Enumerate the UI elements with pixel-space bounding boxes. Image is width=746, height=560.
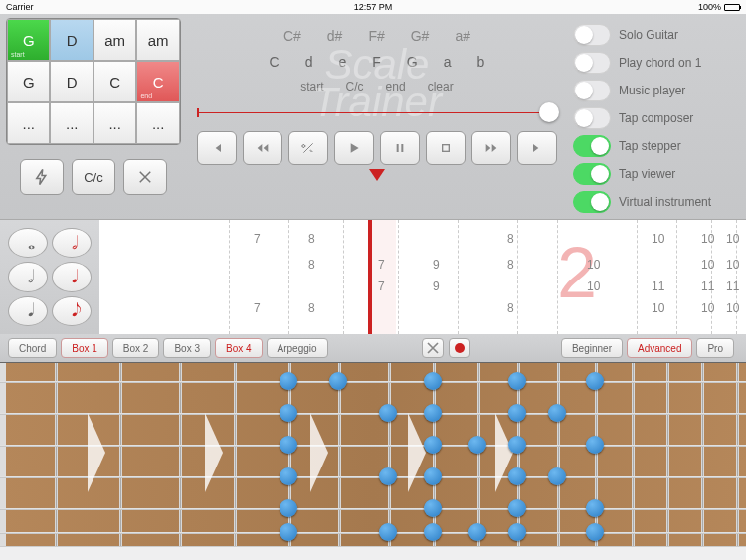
fret-dot[interactable] bbox=[586, 523, 604, 541]
fret-dot[interactable] bbox=[280, 436, 297, 454]
note-button[interactable]: a bbox=[444, 54, 452, 70]
natural-notes-row: CdeFGab bbox=[197, 54, 557, 70]
slider-knob[interactable] bbox=[539, 102, 559, 122]
tab-arpeggio[interactable]: Arpeggio bbox=[267, 338, 328, 358]
fret-dot[interactable] bbox=[586, 372, 604, 390]
action-button[interactable]: end bbox=[386, 80, 406, 93]
fret-dot[interactable] bbox=[548, 467, 566, 485]
fret-dot[interactable] bbox=[508, 499, 526, 517]
fret-dot[interactable] bbox=[379, 467, 397, 485]
fret-dot[interactable] bbox=[424, 523, 442, 541]
tab-chord[interactable]: Chord bbox=[8, 338, 57, 358]
toggle-switch[interactable] bbox=[573, 24, 611, 46]
rewind-button[interactable] bbox=[243, 131, 282, 165]
fret-dot[interactable] bbox=[468, 436, 486, 454]
chord-cell[interactable]: G bbox=[7, 61, 50, 102]
forward-button[interactable] bbox=[471, 131, 511, 165]
toggle-switch[interactable] bbox=[573, 80, 611, 101]
tab-box-4[interactable]: Box 4 bbox=[215, 338, 263, 358]
tab-box-2[interactable]: Box 2 bbox=[112, 338, 160, 358]
chord-cell[interactable]: Gstart bbox=[7, 19, 50, 61]
note-button[interactable]: F bbox=[372, 54, 381, 70]
record-button[interactable] bbox=[449, 338, 470, 358]
action-button[interactable]: start bbox=[300, 80, 323, 93]
lightning-button[interactable] bbox=[20, 159, 64, 195]
tab-pro[interactable]: Pro bbox=[696, 338, 734, 358]
fret-dot[interactable] bbox=[280, 372, 297, 390]
chord-cell[interactable]: D bbox=[50, 19, 93, 61]
note-button[interactable]: C bbox=[270, 54, 280, 70]
note-button[interactable]: F# bbox=[368, 28, 384, 44]
toggle-switch[interactable] bbox=[573, 107, 611, 129]
fret-dot[interactable] bbox=[424, 404, 442, 422]
duration-button[interactable]: 𝅝 bbox=[8, 228, 48, 258]
chord-cell[interactable]: ... bbox=[136, 102, 180, 144]
fret-dot[interactable] bbox=[280, 467, 297, 485]
timeline-slider[interactable] bbox=[197, 103, 557, 121]
magic-button[interactable] bbox=[288, 131, 328, 165]
fret-dot[interactable] bbox=[424, 467, 442, 485]
fretboard[interactable] bbox=[0, 362, 746, 547]
skip-end-button[interactable] bbox=[517, 131, 557, 165]
chord-cell[interactable]: am bbox=[93, 19, 136, 61]
skip-start-button[interactable] bbox=[197, 131, 237, 165]
note-button[interactable]: G# bbox=[411, 28, 430, 44]
clock: 12:57 PM bbox=[354, 2, 393, 12]
stop-button[interactable] bbox=[426, 131, 466, 165]
note-button[interactable]: a# bbox=[455, 28, 470, 44]
fret-dot[interactable] bbox=[508, 436, 526, 454]
toggle-switch[interactable] bbox=[573, 191, 611, 213]
note-button[interactable]: d# bbox=[327, 28, 343, 44]
chord-grid: GstartDamamGDCCend............ bbox=[6, 18, 181, 145]
toggle-switch[interactable] bbox=[573, 135, 611, 157]
fret-dot[interactable] bbox=[379, 404, 397, 422]
tab-box-1[interactable]: Box 1 bbox=[61, 338, 108, 358]
chord-cell[interactable]: D bbox=[50, 61, 93, 102]
fret-dot[interactable] bbox=[508, 404, 526, 422]
tab-box-3[interactable]: Box 3 bbox=[163, 338, 211, 358]
note-button[interactable]: d bbox=[305, 54, 313, 70]
toggle-switch[interactable] bbox=[573, 52, 611, 74]
duration-button[interactable]: 𝅗𝅥 bbox=[52, 228, 92, 258]
fret-dot[interactable] bbox=[548, 404, 566, 422]
fret-dot[interactable] bbox=[508, 523, 526, 541]
fret-dot[interactable] bbox=[280, 523, 297, 541]
chord-cell[interactable]: C bbox=[93, 61, 136, 102]
chord-cell[interactable]: ... bbox=[7, 102, 50, 144]
chord-cell[interactable]: ... bbox=[50, 102, 93, 144]
fret-dot[interactable] bbox=[586, 499, 604, 517]
fret-dot[interactable] bbox=[280, 404, 297, 422]
note-button[interactable]: C# bbox=[283, 28, 301, 44]
fret-dot[interactable] bbox=[280, 499, 297, 517]
note-button[interactable]: b bbox=[477, 54, 485, 70]
close-record-button[interactable] bbox=[422, 338, 444, 358]
note-button[interactable]: e bbox=[338, 54, 346, 70]
fret-dot[interactable] bbox=[424, 372, 442, 390]
duration-button[interactable]: 𝅘𝅥𝅮 bbox=[52, 296, 92, 326]
toggle-switch[interactable] bbox=[573, 163, 611, 185]
play-button[interactable] bbox=[334, 131, 374, 165]
fret-dot[interactable] bbox=[586, 436, 604, 454]
fret-dot[interactable] bbox=[468, 523, 486, 541]
record-icon bbox=[455, 343, 465, 353]
clear-button[interactable] bbox=[123, 159, 167, 195]
chord-cell[interactable]: am bbox=[136, 19, 180, 61]
duration-button[interactable]: 𝅗𝅥 bbox=[8, 262, 48, 291]
pause-button[interactable] bbox=[380, 131, 420, 165]
duration-button[interactable]: 𝅘𝅥 bbox=[52, 262, 92, 291]
duration-button[interactable]: 𝅘𝅥 bbox=[8, 296, 48, 326]
tab-beginner[interactable]: Beginner bbox=[561, 338, 623, 358]
note-button[interactable]: G bbox=[407, 54, 418, 70]
fret-dot[interactable] bbox=[424, 436, 442, 454]
fret-dot[interactable] bbox=[329, 372, 347, 390]
chord-cell[interactable]: ... bbox=[93, 102, 136, 144]
fret-dot[interactable] bbox=[508, 372, 526, 390]
fret-dot[interactable] bbox=[379, 523, 397, 541]
action-button[interactable]: C/c bbox=[346, 80, 364, 93]
fret-dot[interactable] bbox=[424, 499, 442, 517]
action-button[interactable]: clear bbox=[428, 80, 454, 93]
fret-dot[interactable] bbox=[508, 467, 526, 485]
tab-advanced[interactable]: Advanced bbox=[627, 338, 692, 358]
cc-button[interactable]: C/c bbox=[72, 159, 115, 195]
chord-cell[interactable]: Cend bbox=[136, 61, 180, 102]
